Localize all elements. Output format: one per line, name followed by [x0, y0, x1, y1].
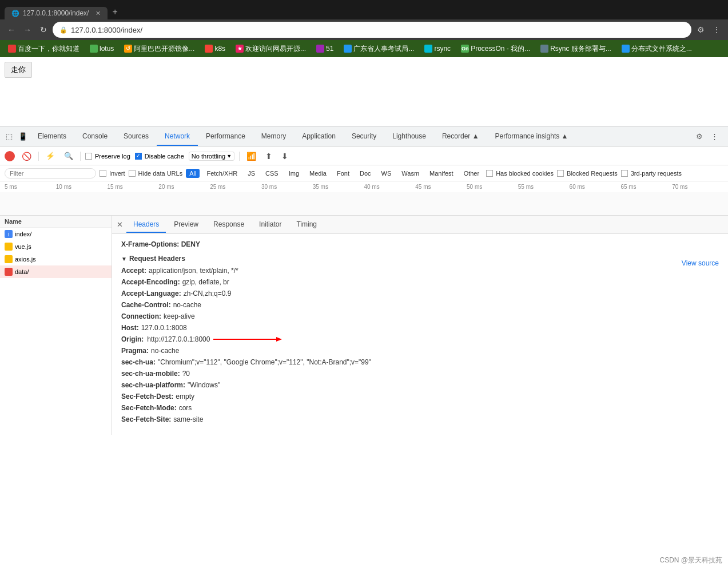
tab-security[interactable]: Security: [344, 128, 384, 146]
zou-ni-button[interactable]: 走你: [5, 62, 32, 78]
address-bar[interactable]: 🔒 127.0.0.1:8000/index/: [53, 22, 691, 38]
bookmark-distributed[interactable]: 分布式文件系统之...: [618, 43, 695, 55]
tab-performance[interactable]: Performance: [198, 128, 253, 146]
accept-language-value: zh-CN,zh;q=0.9: [184, 290, 232, 298]
header-sec-ch-ua-platform: sec-ch-ua-platform: "Windows": [121, 379, 719, 391]
detail-tab-timing[interactable]: Timing: [289, 217, 324, 233]
bookmark-guangdong[interactable]: 广东省人事考试局...: [340, 43, 417, 55]
has-blocked-cookies-text: Has blocked cookies: [496, 170, 554, 177]
extensions-button[interactable]: ⚙: [694, 23, 707, 37]
file-item-axiosjs[interactable]: axios.js: [0, 253, 112, 265]
bookmark-label: 分布式文件系统之...: [631, 44, 692, 54]
request-headers-title[interactable]: ▼ Request Headers: [121, 255, 682, 263]
bookmark-wangyi[interactable]: ★ 欢迎访问网易开源...: [232, 43, 309, 55]
filter-type-manifest[interactable]: Manifest: [426, 169, 457, 178]
inspect-element-button[interactable]: ⬚: [2, 130, 16, 144]
tab-close-icon[interactable]: ✕: [96, 10, 101, 17]
settings-button[interactable]: ⚙: [693, 130, 706, 144]
host-value: 127.0.0.1:8008: [141, 324, 187, 332]
reload-button[interactable]: ↻: [37, 23, 50, 37]
filter-type-js[interactable]: JS: [244, 169, 258, 178]
filter-type-fetch-xhr[interactable]: Fetch/XHR: [203, 169, 241, 178]
detail-tab-response[interactable]: Response: [206, 217, 251, 233]
detail-close-button[interactable]: ✕: [117, 220, 123, 229]
bookmark-rsync2[interactable]: Rsync 服务部署与...: [537, 43, 615, 55]
separator: [80, 152, 81, 161]
new-tab-button[interactable]: +: [108, 5, 122, 19]
detail-content: X-Frame-Options: DENY View source ▼ Requ…: [112, 234, 728, 430]
invert-checkbox[interactable]: [100, 170, 106, 177]
sec-ch-ua-mobile-key: sec-ch-ua-mobile:: [121, 370, 180, 378]
clear-button[interactable]: 🚫: [19, 150, 34, 162]
invert-label: Invert: [100, 170, 125, 177]
bookmark-baidu[interactable]: 百度一下，你就知道: [5, 43, 83, 55]
has-blocked-cookies-checkbox[interactable]: [486, 170, 493, 177]
bookmark-label: lotus: [100, 45, 114, 53]
detail-tab-preview[interactable]: Preview: [167, 217, 205, 233]
tab-console[interactable]: Console: [74, 128, 116, 146]
back-button[interactable]: ←: [5, 23, 18, 37]
file-item-vuejs[interactable]: vue.js: [0, 240, 112, 253]
menu-button[interactable]: ⋮: [710, 23, 723, 37]
tab-application[interactable]: Application: [294, 128, 344, 146]
preserve-log-text: Preserve log: [95, 153, 130, 160]
tab-performance-insights[interactable]: Performance insights ▲: [487, 128, 576, 146]
header-origin: Origin: http://127.0.0.1:8000: [121, 334, 719, 345]
file-item-data[interactable]: data/: [0, 265, 112, 278]
tab-elements[interactable]: Elements: [30, 128, 74, 146]
tab-recorder[interactable]: Recorder ▲: [434, 128, 487, 146]
detail-tab-headers[interactable]: Headers: [126, 217, 166, 233]
filter-type-font[interactable]: Font: [333, 169, 353, 178]
disable-cache-checkbox[interactable]: [135, 153, 142, 160]
detail-tab-initiator[interactable]: Initiator: [252, 217, 288, 233]
filter-type-media[interactable]: Media: [306, 169, 330, 178]
file-item-index[interactable]: i index/: [0, 228, 112, 240]
device-toolbar-button[interactable]: 📱: [16, 130, 30, 144]
bookmark-k8s[interactable]: k8s: [201, 43, 229, 54]
tab-lighthouse[interactable]: Lighthouse: [384, 128, 434, 146]
view-source-button[interactable]: View source: [682, 259, 719, 267]
wifi-icon[interactable]: 📶: [244, 150, 258, 162]
filter-type-all[interactable]: All: [186, 169, 200, 178]
bookmark-label: 百度一下，你就知道: [18, 44, 79, 54]
file-icon-data: [5, 268, 13, 276]
tab-memory[interactable]: Memory: [253, 128, 294, 146]
blocked-requests-checkbox[interactable]: [557, 170, 564, 177]
filter-type-doc[interactable]: Doc: [356, 169, 375, 178]
filter-type-ws[interactable]: WS: [378, 169, 395, 178]
bookmark-51[interactable]: 51: [313, 43, 337, 54]
tick-55ms: 55 ms: [518, 184, 570, 190]
bookmark-icon: [316, 45, 324, 53]
bookmark-icon: On: [461, 45, 469, 53]
bookmark-lotus[interactable]: lotus: [86, 43, 117, 54]
filter-button[interactable]: ⚡: [43, 150, 57, 161]
tick-70ms: 70 ms: [672, 184, 723, 190]
forward-button[interactable]: →: [21, 23, 34, 37]
search-button[interactable]: 🔍: [62, 150, 75, 161]
throttle-select[interactable]: No throttling ▼: [189, 152, 234, 161]
download-button[interactable]: ⬇: [279, 150, 291, 162]
bookmark-processon[interactable]: On ProcessOn - 我的...: [458, 43, 534, 55]
tab-network[interactable]: Network: [157, 128, 198, 146]
preserve-log-checkbox[interactable]: [85, 153, 92, 160]
filter-input[interactable]: [5, 168, 96, 179]
file-icon-index: i: [5, 230, 13, 238]
more-tools-button[interactable]: ⋮: [707, 130, 721, 144]
third-party-checkbox[interactable]: [621, 170, 628, 177]
upload-button[interactable]: ⬆: [263, 150, 275, 162]
connection-key: Connection:: [121, 312, 161, 320]
browser-tab[interactable]: 🌐 127.0.0.1:8000/index/ ✕: [5, 7, 108, 19]
filter-type-other[interactable]: Other: [460, 169, 483, 178]
tab-sources[interactable]: Sources: [116, 128, 157, 146]
bookmark-label: rsync: [434, 45, 451, 53]
hide-data-urls-checkbox[interactable]: [129, 170, 136, 177]
tick-50ms: 50 ms: [467, 184, 518, 190]
preserve-log-label: Preserve log: [85, 153, 130, 160]
bookmark-icon: ★: [236, 45, 244, 53]
filter-type-css[interactable]: CSS: [262, 169, 282, 178]
filter-type-img[interactable]: Img: [285, 169, 303, 178]
record-button[interactable]: [5, 151, 15, 161]
bookmark-alibaba[interactable]: ↺ 阿里巴巴开源镜像...: [121, 43, 198, 55]
filter-type-wasm[interactable]: Wasm: [398, 169, 423, 178]
bookmark-rsync[interactable]: rsync: [421, 43, 454, 54]
